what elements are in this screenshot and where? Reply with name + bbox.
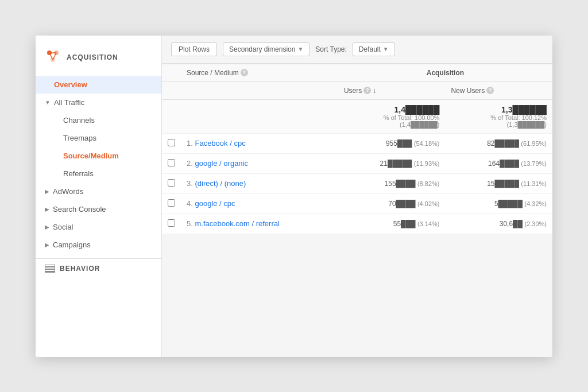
plot-rows-button[interactable]: Plot Rows <box>171 42 217 56</box>
row-source-cell: 1. Facebook / cpc <box>181 133 338 153</box>
row-new-users-cell: 5█████ (4.32%) <box>445 193 552 214</box>
arrow-down-icon: ▼ <box>45 99 51 106</box>
sidebar-item-overview[interactable]: Overview <box>36 76 161 94</box>
row-checkbox-cell[interactable] <box>162 173 181 193</box>
row-new-users-val: 82█████ <box>487 139 519 148</box>
row-users-cell: 155████ (8.82%) <box>338 173 446 193</box>
sidebar-item-all-traffic-label: All Traffic <box>54 98 84 107</box>
row-new-users-pct: (11.31%) <box>521 180 547 187</box>
row-source-link[interactable]: Facebook / cpc <box>195 139 245 148</box>
arrow-right-icon-3: ▶ <box>45 224 49 230</box>
row-users-pct: (8.82%) <box>417 180 440 187</box>
row-new-users-val: 164████ <box>488 160 519 168</box>
secondary-dimension-dropdown[interactable]: Secondary dimension ▼ <box>223 42 310 56</box>
row-checkbox[interactable] <box>168 199 175 207</box>
row-checkbox-cell[interactable] <box>162 214 181 234</box>
new-users-help-icon[interactable]: ? <box>486 87 494 94</box>
sidebar-item-referrals[interactable]: Referrals <box>36 165 161 183</box>
th-new-users-label: New Users <box>451 87 485 95</box>
row-users-val: 70████ <box>388 200 415 208</box>
sort-type-dropdown[interactable]: Default ▼ <box>353 42 395 56</box>
row-checkbox-cell[interactable] <box>162 153 181 173</box>
row-source-cell: 3. (direct) / (none) <box>181 173 338 193</box>
th-empty <box>162 81 181 99</box>
caret-down-icon: ▼ <box>297 46 303 52</box>
row-checkbox[interactable] <box>168 179 175 187</box>
summary-checkbox-cell <box>162 99 181 133</box>
row-users-val: 55███ <box>393 220 416 228</box>
row-new-users-cell: 30,6██ (2.30%) <box>445 214 552 234</box>
sidebar-item-all-traffic[interactable]: ▼ All Traffic <box>36 94 161 111</box>
th-acquisition-group: Acquisition <box>338 64 552 81</box>
summary-users-pct: % of Total: 100.00% <box>344 114 440 121</box>
row-users-pct: (54.18%) <box>414 140 440 147</box>
sidebar-item-referrals-label: Referrals <box>63 169 94 178</box>
source-medium-help-icon[interactable]: ? <box>241 69 248 76</box>
row-users-val: 21█████ <box>380 160 412 168</box>
row-source-link[interactable]: (direct) / (none) <box>195 179 246 188</box>
row-users-val: 955███ <box>386 139 412 148</box>
table-row: 2. google / organic 21█████ (11.93%) 164… <box>162 153 552 173</box>
th-source-medium-label: Source / Medium <box>187 69 239 77</box>
row-number: 3. <box>187 179 193 188</box>
row-number: 5. <box>187 219 193 228</box>
row-checkbox[interactable] <box>168 159 175 166</box>
row-new-users-val: 5█████ <box>494 200 523 208</box>
row-checkbox[interactable] <box>168 219 175 227</box>
sidebar-item-source-medium-label: Source/Medium <box>63 152 119 160</box>
sort-type-label: Sort Type: <box>315 45 346 53</box>
th-checkbox <box>162 64 181 81</box>
summary-new-users-sub: (1,3██████) <box>451 121 547 128</box>
row-number: 4. <box>187 199 193 208</box>
acquisition-logo <box>45 48 61 67</box>
sidebar-item-channels[interactable]: Channels <box>36 111 161 129</box>
summary-source-cell <box>181 99 338 133</box>
sort-down-icon[interactable]: ↓ <box>373 87 376 95</box>
table-row: 1. Facebook / cpc 955███ (54.18%) 82████… <box>162 133 552 153</box>
sidebar-item-campaigns[interactable]: ▶ Campaigns <box>36 236 161 254</box>
row-new-users-pct: (4.32%) <box>524 200 547 207</box>
toolbar: Plot Rows Secondary dimension ▼ Sort Typ… <box>162 36 552 64</box>
row-source-link[interactable]: google / cpc <box>195 199 235 208</box>
sidebar-item-adwords-label: AdWords <box>53 187 83 196</box>
row-new-users-pct: (61.95%) <box>521 140 547 147</box>
row-source-cell: 4. google / cpc <box>181 193 338 214</box>
sidebar-item-treemaps[interactable]: Treemaps <box>36 129 161 147</box>
row-checkbox-cell[interactable] <box>162 193 181 214</box>
row-new-users-cell: 82█████ (61.95%) <box>445 133 552 153</box>
row-new-users-val: 30,6██ <box>500 220 523 228</box>
sidebar-item-adwords[interactable]: ▶ AdWords <box>36 183 161 200</box>
sidebar-item-social[interactable]: ▶ Social <box>36 218 161 236</box>
row-new-users-val: 15█████ <box>487 180 519 188</box>
row-checkbox[interactable] <box>168 139 175 146</box>
arrow-right-icon: ▶ <box>45 188 49 195</box>
th-source-medium-spacer <box>181 81 338 99</box>
sidebar-item-campaigns-label: Campaigns <box>53 240 91 249</box>
sidebar-item-overview-label: Overview <box>54 80 87 89</box>
sidebar-title: ACQUISITION <box>67 53 118 61</box>
th-new-users: New Users ? <box>445 81 552 99</box>
summary-new-users-pct: % of Total: 100.12% <box>451 114 547 121</box>
row-users-cell: 955███ (54.18%) <box>338 133 446 153</box>
row-source-link[interactable]: google / organic <box>195 159 248 168</box>
users-help-icon[interactable]: ? <box>363 87 371 94</box>
th-source-medium: Source / Medium ? <box>181 64 338 81</box>
sidebar-item-source-medium[interactable]: Source/Medium <box>36 147 161 165</box>
row-new-users-cell: 164████ (13.79%) <box>445 153 552 173</box>
row-users-cell: 55███ (3.14%) <box>338 214 446 234</box>
app-window: ACQUISITION Overview ▼ All Traffic Chann… <box>36 36 552 357</box>
caret-down-icon-2: ▼ <box>383 46 389 52</box>
row-checkbox-cell[interactable] <box>162 133 181 153</box>
table-row: 5. m.facebook.com / referral 55███ (3.14… <box>162 214 552 234</box>
main-content: Plot Rows Secondary dimension ▼ Sort Typ… <box>162 36 552 357</box>
row-source-link[interactable]: m.facebook.com / referral <box>195 219 279 228</box>
row-number: 2. <box>187 159 193 168</box>
row-users-pct: (4.02%) <box>417 200 440 207</box>
table-row: 4. google / cpc 70████ (4.02%) 5█████ (4… <box>162 193 552 214</box>
sidebar-item-channels-label: Channels <box>63 116 95 125</box>
th-users-label: Users <box>344 87 362 95</box>
sidebar-item-search-console[interactable]: ▶ Search Console <box>36 200 161 218</box>
behavior-icon <box>45 265 55 273</box>
summary-users-sub: (1,4██████) <box>344 121 440 128</box>
table-row: 3. (direct) / (none) 155████ (8.82%) 15█… <box>162 173 552 193</box>
